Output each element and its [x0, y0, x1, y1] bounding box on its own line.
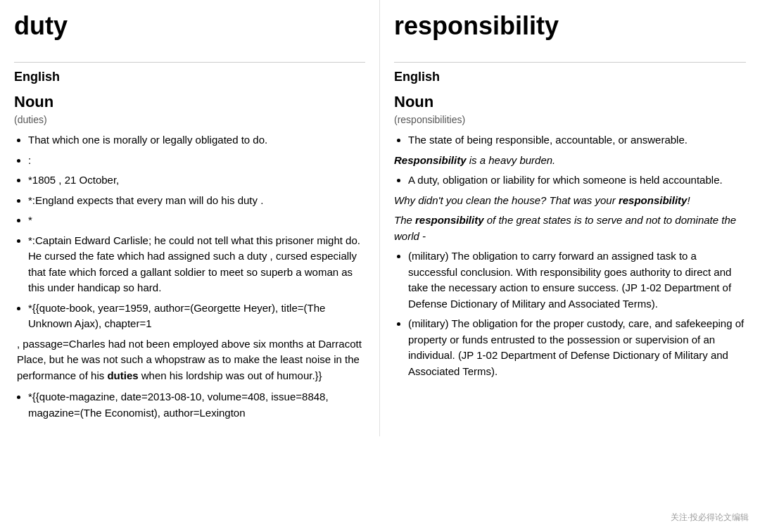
left-entries-list-2: *{{quote-magazine, date=2013-08-10, volu…: [28, 389, 365, 421]
left-word-title: duty: [14, 11, 365, 48]
list-item: *:England expects that every man will do…: [28, 193, 365, 209]
list-item: *1805 , 21 October,: [28, 172, 365, 189]
list-item: :: [28, 153, 365, 169]
left-passage-text: , passage=Charles had not been employed …: [17, 336, 365, 384]
list-item: The state of being responsible, accounta…: [408, 132, 746, 148]
right-entries-list-3: (military) The obligation to carry forwa…: [408, 248, 746, 379]
list-item: *{{quote-magazine, date=2013-08-10, volu…: [28, 389, 365, 421]
left-section-label: English: [14, 70, 365, 84]
right-example-2: Why didn't you clean the house? That was…: [394, 193, 746, 209]
list-item: *{{quote-book, year=1959, author=(George…: [28, 300, 365, 332]
left-pos-label: Noun: [14, 93, 365, 111]
list-item: (military) The obligation for the proper…: [408, 316, 746, 379]
list-item: A duty, obligation or liability for whic…: [408, 172, 746, 189]
right-divider-top: [394, 62, 746, 63]
left-entries-list: That which one is morally or legally obl…: [28, 132, 365, 332]
right-example-3: The responsibility of the great states i…: [394, 213, 746, 244]
right-section-label: English: [394, 70, 746, 84]
left-plural: (duties): [14, 114, 365, 125]
right-pos-label: Noun: [394, 93, 746, 111]
right-entries-list: The state of being responsible, accounta…: [408, 132, 746, 148]
list-item: *: [28, 213, 365, 229]
left-column: duty English Noun (duties) That which on…: [0, 0, 380, 436]
right-word-title: responsibility: [394, 11, 746, 48]
left-divider-top: [14, 62, 365, 63]
list-item: That which one is morally or legally obl…: [28, 132, 365, 148]
watermark-label: 关注·投必得论文编辑: [666, 510, 753, 525]
right-entries-list-2: A duty, obligation or liability for whic…: [408, 172, 746, 189]
main-container: duty English Noun (duties) That which on…: [0, 0, 760, 436]
right-plural: (responsibilities): [394, 114, 746, 125]
right-column: responsibility English Noun (responsibil…: [380, 0, 760, 436]
list-item: (military) The obligation to carry forwa…: [408, 248, 746, 312]
list-item: *:Captain Edward Carlisle; he could not …: [28, 233, 365, 296]
right-example-1: Responsibility is a heavy burden.: [394, 153, 746, 169]
